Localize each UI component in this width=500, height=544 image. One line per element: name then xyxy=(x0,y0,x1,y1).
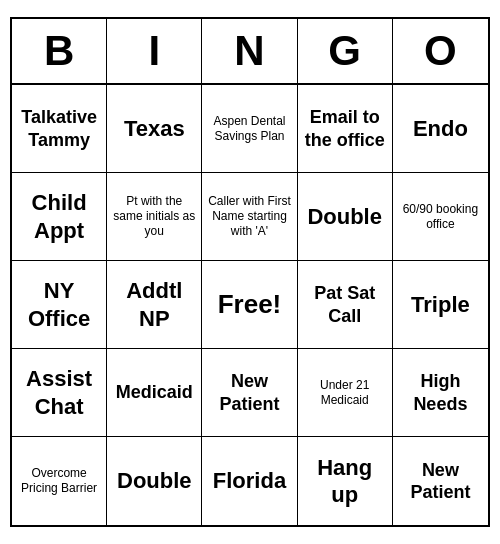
header-letter: G xyxy=(298,19,393,83)
bingo-cell: Texas xyxy=(107,85,202,173)
bingo-cell: Talkative Tammy xyxy=(12,85,107,173)
bingo-cell: Addtl NP xyxy=(107,261,202,349)
bingo-cell: Overcome Pricing Barrier xyxy=(12,437,107,525)
bingo-cell: Under 21 Medicaid xyxy=(298,349,393,437)
bingo-cell: Email to the office xyxy=(298,85,393,173)
bingo-cell: Double xyxy=(298,173,393,261)
bingo-cell: High Needs xyxy=(393,349,488,437)
bingo-cell: Medicaid xyxy=(107,349,202,437)
header-letter: B xyxy=(12,19,107,83)
bingo-cell: Hang up xyxy=(298,437,393,525)
bingo-cell: Caller with First Name starting with 'A' xyxy=(202,173,297,261)
bingo-cell: Free! xyxy=(202,261,297,349)
bingo-cell: Aspen Dental Savings Plan xyxy=(202,85,297,173)
bingo-cell: 60/90 booking office xyxy=(393,173,488,261)
bingo-grid: Talkative TammyTexasAspen Dental Savings… xyxy=(12,85,488,525)
bingo-card: BINGO Talkative TammyTexasAspen Dental S… xyxy=(10,17,490,527)
header-letter: I xyxy=(107,19,202,83)
header-letter: O xyxy=(393,19,488,83)
bingo-cell: Triple xyxy=(393,261,488,349)
bingo-cell: Child Appt xyxy=(12,173,107,261)
bingo-cell: New Patient xyxy=(393,437,488,525)
bingo-cell: NY Office xyxy=(12,261,107,349)
bingo-cell: Pt with the same initials as you xyxy=(107,173,202,261)
bingo-cell: New Patient xyxy=(202,349,297,437)
bingo-cell: Endo xyxy=(393,85,488,173)
header-letter: N xyxy=(202,19,297,83)
bingo-header: BINGO xyxy=(12,19,488,85)
bingo-cell: Assist Chat xyxy=(12,349,107,437)
bingo-cell: Double xyxy=(107,437,202,525)
bingo-cell: Pat Sat Call xyxy=(298,261,393,349)
bingo-cell: Florida xyxy=(202,437,297,525)
